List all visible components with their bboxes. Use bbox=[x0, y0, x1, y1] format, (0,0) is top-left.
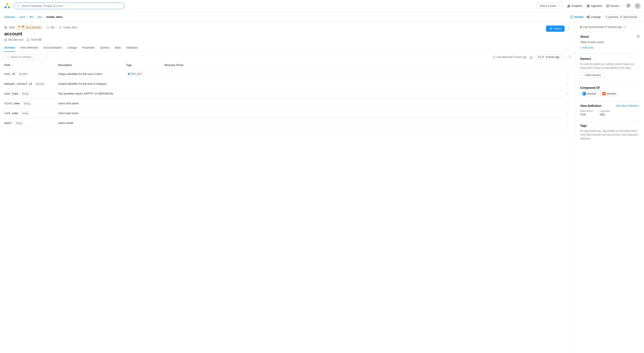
about-edit-icon[interactable] bbox=[637, 35, 640, 38]
nav-actions: Analytics Ingestion Govern bbox=[567, 3, 640, 9]
schema-table: Field Description Tags Glossary Terms us… bbox=[4, 62, 572, 128]
tab-documentation[interactable]: Documentation bbox=[44, 44, 62, 52]
svg-rect-7 bbox=[569, 5, 570, 7]
svg-point-24 bbox=[568, 27, 569, 28]
add-link-button[interactable]: + Add Link bbox=[580, 46, 593, 49]
upstream-badge[interactable]: 2 upstream, 27 downstream bbox=[603, 15, 640, 19]
ingestion-nav-btn[interactable]: Ingestion bbox=[587, 4, 602, 8]
clock-icon bbox=[492, 56, 495, 58]
tag-badge[interactable]: DIST_KEY bbox=[126, 72, 144, 76]
info-circle-icon bbox=[570, 15, 573, 19]
svg-point-25 bbox=[568, 28, 569, 28]
version-chevron-icon bbox=[560, 56, 563, 58]
breadcrumb-dev[interactable]: dev bbox=[38, 15, 42, 18]
tab-queries[interactable]: Queries bbox=[100, 44, 110, 52]
field-col-header[interactable]: Field bbox=[4, 64, 13, 67]
field-name: last_name bbox=[4, 112, 18, 115]
field-tags bbox=[124, 108, 162, 118]
share-button[interactable]: Share bbox=[546, 26, 564, 32]
tab-properties[interactable]: Properties bbox=[82, 44, 94, 52]
see-view-definition-link[interactable]: See View Definition › bbox=[616, 104, 640, 107]
ingestion-icon bbox=[587, 4, 590, 8]
tab-view-definition[interactable]: View Definition bbox=[20, 44, 38, 52]
sync-info-icon[interactable]: i bbox=[623, 26, 626, 28]
govern-nav-btn[interactable]: Govern bbox=[606, 4, 622, 8]
svg-point-35 bbox=[567, 84, 568, 84]
add-owners-button[interactable]: + Add Owners bbox=[580, 72, 604, 78]
schema-search-input[interactable] bbox=[11, 56, 44, 58]
details-tab-btn[interactable]: Details bbox=[570, 15, 584, 19]
lineage-tab-btn[interactable]: Lineage bbox=[586, 15, 601, 19]
svg-rect-20 bbox=[27, 39, 30, 41]
orange-source-icon: ✕ bbox=[602, 92, 606, 96]
blue-source-icon: F bbox=[582, 92, 586, 96]
avatar[interactable] bbox=[635, 3, 640, 9]
svg-point-31 bbox=[567, 73, 568, 74]
table-title: account bbox=[4, 31, 77, 36]
field-tags bbox=[124, 79, 162, 89]
version-select[interactable]: 0.1.0 - 8 hours ago bbox=[536, 54, 565, 60]
row-more-icon[interactable] bbox=[566, 111, 569, 115]
svg-point-40 bbox=[567, 103, 568, 103]
row-more-icon[interactable] bbox=[566, 92, 569, 96]
tags-col-header: Tags bbox=[124, 62, 162, 69]
settings-icon[interactable] bbox=[626, 4, 630, 8]
table-row: first_name String User's first name bbox=[4, 98, 572, 108]
svg-rect-12 bbox=[589, 16, 590, 16]
tags-section: Tags No tags added yet. Tag entities to … bbox=[580, 124, 640, 140]
svg-rect-6 bbox=[568, 5, 568, 7]
field-name: hubspot_contact_id bbox=[4, 82, 32, 86]
row-more-icon[interactable] bbox=[566, 72, 569, 76]
download-icon[interactable] bbox=[529, 55, 533, 59]
composed-item-label: account bbox=[587, 92, 596, 95]
analytics-nav-btn[interactable]: Analytics bbox=[567, 4, 582, 8]
row-more-icon[interactable] bbox=[566, 102, 569, 105]
view-select-label: Select a View bbox=[540, 4, 556, 8]
logo[interactable] bbox=[4, 2, 11, 10]
search-input[interactable] bbox=[22, 4, 121, 8]
sort-icon bbox=[11, 64, 13, 66]
composed-of-item[interactable]: ✕ account bbox=[600, 91, 618, 96]
field-type-badge: String bbox=[20, 92, 30, 96]
lineage-icon bbox=[586, 15, 590, 19]
svg-point-34 bbox=[567, 83, 568, 84]
field-type-badge: String bbox=[14, 121, 24, 125]
composed-of-item[interactable]: F account bbox=[580, 91, 598, 96]
breadcrumb-datasets[interactable]: Datasets bbox=[4, 15, 15, 18]
svg-point-47 bbox=[567, 123, 568, 124]
breadcrumb-dbt[interactable]: dbt bbox=[30, 15, 33, 18]
field-tags bbox=[124, 98, 162, 108]
field-tags: DIST_KEY bbox=[124, 69, 162, 79]
tab-schema[interactable]: Schema bbox=[4, 44, 15, 52]
file-icon bbox=[59, 26, 62, 29]
row-more-icon[interactable] bbox=[566, 121, 569, 125]
tab-stats[interactable]: Stats bbox=[114, 44, 121, 52]
svg-point-36 bbox=[567, 92, 568, 92]
field-name: email bbox=[4, 122, 12, 124]
table-stats: 368,389 rows 78.64 MB bbox=[4, 38, 77, 41]
field-description: User's email bbox=[55, 118, 124, 128]
field-name: first_name bbox=[4, 102, 20, 105]
svg-point-43 bbox=[567, 113, 568, 113]
tab-validation[interactable]: Validation bbox=[126, 44, 138, 52]
source-badge[interactable]: d R dbt & Redshift bbox=[17, 26, 42, 30]
desc-col-header: Description bbox=[55, 62, 124, 69]
help-icon[interactable]: ? bbox=[568, 55, 572, 59]
main-layout: Table d R dbt & Redshift bbox=[0, 22, 644, 353]
schema-toolbar-right: Last observed 5 hours ago 0.1.0 - 8 hour… bbox=[492, 54, 572, 60]
more-options-button[interactable] bbox=[566, 26, 572, 32]
svg-point-2 bbox=[4, 6, 6, 8]
govern-chevron-icon bbox=[620, 5, 622, 7]
owners-section: Owners No owners added yet. Adding owner… bbox=[580, 57, 640, 78]
breadcrumb-prod[interactable]: prod bbox=[20, 15, 25, 18]
view-select[interactable]: Select a View bbox=[537, 3, 563, 9]
field-description: Unique identifier for the user in hubspo… bbox=[55, 79, 124, 89]
svg-rect-11 bbox=[586, 16, 587, 18]
composed-of-items: F account ✕ account bbox=[580, 91, 640, 96]
field-description: Two possible values: ENTITY or INDIVIDUA… bbox=[55, 89, 124, 98]
breadcrumb-right: Details Lineage 2 upstream, 27 downstrea… bbox=[570, 15, 640, 19]
tab-lineage[interactable]: Lineage bbox=[67, 44, 77, 52]
table-meta: Table d R dbt & Redshift bbox=[4, 26, 77, 30]
row-more-icon[interactable] bbox=[566, 82, 569, 86]
svg-point-44 bbox=[567, 114, 568, 114]
